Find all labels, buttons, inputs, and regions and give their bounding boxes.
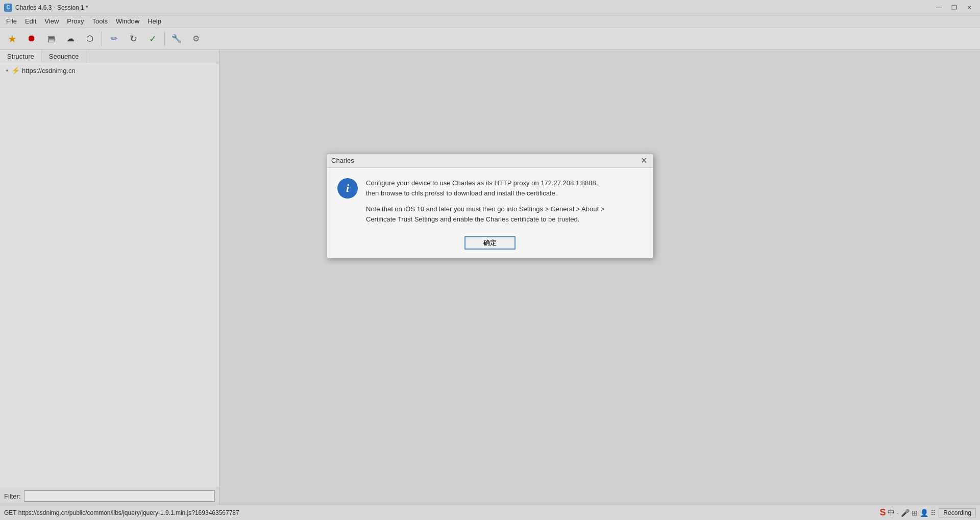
dialog-message-2: Note that on iOS 10 and later you must t… — [366, 204, 604, 224]
dialog-message-1: Configure your device to use Charles as … — [366, 178, 604, 198]
modal-overlay: Charles ✕ i Configure your device to use… — [0, 0, 980, 520]
dialog-title-text: Charles — [331, 157, 354, 164]
ok-button[interactable]: 确定 — [464, 236, 516, 250]
dialog-text: Configure your device to use Charles as … — [366, 178, 604, 224]
info-icon-container: i — [337, 178, 358, 199]
dialog-close-button[interactable]: ✕ — [639, 156, 649, 166]
dialog: Charles ✕ i Configure your device to use… — [327, 153, 653, 258]
info-icon: i — [337, 178, 358, 199]
dialog-titlebar: Charles ✕ — [327, 154, 653, 168]
dialog-footer: 确定 — [327, 232, 653, 258]
dialog-body: i Configure your device to use Charles a… — [327, 168, 653, 232]
